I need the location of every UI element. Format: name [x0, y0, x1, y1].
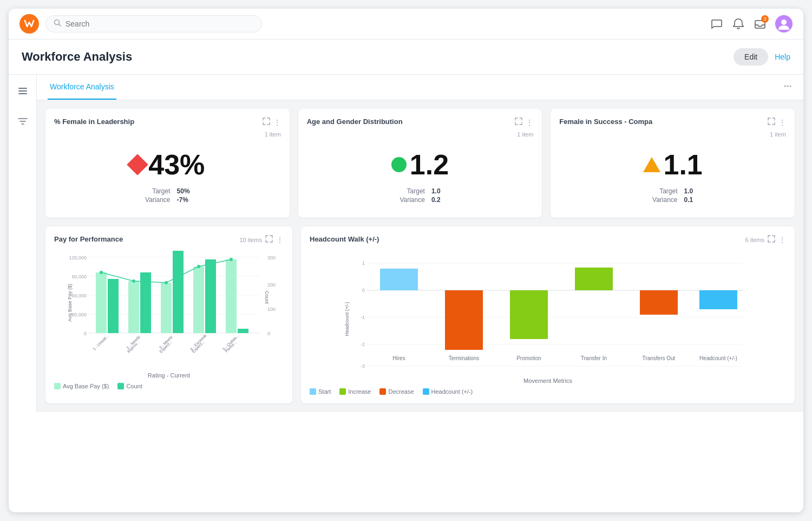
age-gender-card: Age and Gender Distribution ⋮ 1 item 1. — [298, 109, 542, 218]
svg-point-40 — [197, 265, 200, 268]
headcount-walk-card: Headcount Walk (+/-) 6 items ⋮ 1 — [301, 226, 795, 403]
user-avatar[interactable] — [775, 15, 793, 32]
svg-rect-5 — [18, 88, 27, 89]
age-gender-metric: 1.2 Target 1.0 Variance 0.2 — [307, 138, 534, 209]
female-leadership-title: % Female in Leadership — [54, 118, 134, 126]
svg-text:120,000: 120,000 — [69, 255, 87, 260]
age-gender-value: 1.2 — [410, 148, 449, 181]
search-input[interactable] — [66, 19, 254, 28]
age-gender-title: Age and Gender Distribution — [307, 118, 403, 126]
search-bar[interactable] — [45, 15, 262, 32]
svg-text:0: 0 — [84, 331, 87, 336]
svg-rect-63 — [445, 290, 483, 350]
svg-text:Promotion: Promotion — [516, 355, 541, 361]
svg-text:60,000: 60,000 — [71, 293, 87, 298]
target-label-2: Target — [400, 187, 424, 195]
inbox-badge: 3 — [761, 15, 769, 23]
svg-text:Headcount (+/-): Headcount (+/-) — [699, 355, 737, 361]
female-success-card: Female in Success - Compa ⋮ 1 item 1.1 — [551, 109, 795, 218]
notifications-icon[interactable] — [732, 17, 745, 30]
red-diamond-icon — [127, 154, 148, 175]
headcount-walk-x-label: Movement Metrics — [310, 377, 786, 384]
female-leadership-metric: 43% Target 50% Variance -7% — [54, 138, 281, 209]
target-value-3: 1.0 — [684, 187, 693, 195]
headcount-walk-count: 6 items — [745, 237, 764, 243]
headcount-walk-expand[interactable] — [768, 235, 775, 244]
svg-rect-27 — [96, 272, 107, 333]
svg-text:30,000: 30,000 — [71, 312, 87, 317]
headcount-walk-title: Headcount Walk (+/-) — [310, 235, 379, 243]
svg-rect-32 — [173, 251, 184, 333]
svg-text:200: 200 — [267, 282, 276, 288]
svg-point-4 — [781, 19, 787, 25]
female-leadership-count: 1 item — [54, 131, 281, 138]
legend-start: Start — [310, 388, 331, 395]
age-gender-menu[interactable]: ⋮ — [526, 118, 533, 127]
svg-text:Count: Count — [264, 291, 270, 304]
variance-value-2: 0.2 — [431, 196, 441, 204]
svg-line-1 — [59, 24, 61, 27]
svg-text:1: 1 — [362, 260, 365, 266]
female-success-count: 1 item — [559, 131, 786, 138]
svg-rect-28 — [108, 279, 119, 333]
female-success-menu[interactable]: ⋮ — [778, 118, 786, 127]
svg-text:Terminations: Terminations — [449, 355, 480, 361]
svg-rect-62 — [380, 269, 418, 290]
inbox-icon[interactable]: 3 — [754, 17, 767, 30]
svg-point-41 — [230, 258, 233, 261]
pay-performance-menu[interactable]: ⋮ — [276, 236, 284, 244]
variance-label-2: Variance — [400, 196, 424, 204]
page-header: Workforce Analysis Edit Help — [9, 40, 803, 75]
svg-rect-29 — [128, 281, 139, 333]
messages-icon[interactable] — [710, 17, 723, 30]
svg-rect-33 — [193, 266, 204, 333]
svg-text:1 - Unsati...: 1 - Unsati... — [91, 333, 109, 351]
pay-performance-legend: Avg Base Pay ($) Count — [54, 383, 284, 389]
tab-workforce-analysis[interactable]: Workforce Analysis — [48, 75, 116, 100]
pay-performance-title: Pay for Performance — [54, 235, 123, 243]
legend-avg-pay: Avg Base Pay ($) — [54, 383, 109, 389]
svg-text:-2: -2 — [361, 342, 365, 347]
female-leadership-expand[interactable] — [263, 118, 270, 127]
female-leadership-card: % Female in Leadership ⋮ 1 item 43% — [45, 109, 290, 218]
svg-rect-65 — [575, 268, 613, 290]
legend-headcount: Headcount (+/-) — [423, 388, 473, 395]
svg-rect-7 — [18, 93, 27, 94]
female-leadership-value: 43% — [148, 148, 205, 181]
help-button[interactable]: Help — [775, 53, 790, 61]
variance-value-1: -7% — [177, 196, 190, 204]
svg-rect-36 — [238, 329, 248, 333]
svg-point-39 — [165, 281, 168, 284]
svg-text:Transfers Out: Transfers Out — [643, 355, 676, 361]
svg-text:Headcount (+/-): Headcount (+/-) — [344, 302, 350, 336]
orange-triangle-icon — [643, 157, 660, 172]
target-label-1: Target — [145, 187, 170, 195]
headcount-walk-menu[interactable]: ⋮ — [778, 236, 786, 244]
female-leadership-menu[interactable]: ⋮ — [273, 118, 281, 127]
sidebar-menu-icon[interactable] — [15, 83, 30, 99]
page-title: Workforce Analysis — [22, 50, 132, 64]
svg-point-37 — [100, 271, 103, 274]
svg-rect-34 — [205, 259, 216, 333]
female-success-title: Female in Success - Compa — [559, 118, 652, 126]
svg-rect-67 — [699, 290, 737, 309]
pay-performance-chart: 120,000 90,000 60,000 30,000 0 300 200 1… — [54, 249, 284, 370]
target-value-2: 1.0 — [431, 187, 441, 195]
svg-text:Avg Base Pay ($): Avg Base Pay ($) — [67, 284, 73, 322]
pay-performance-expand[interactable] — [265, 235, 273, 244]
pay-performance-x-label: Rating - Current — [54, 372, 284, 379]
svg-point-9 — [787, 86, 789, 87]
legend-decrease: Decrease — [379, 388, 414, 395]
sidebar-filter-icon[interactable] — [15, 114, 30, 129]
app-logo[interactable] — [19, 14, 39, 34]
svg-text:100: 100 — [267, 307, 276, 312]
target-label-3: Target — [652, 187, 677, 195]
svg-text:90,000: 90,000 — [71, 274, 87, 279]
edit-button[interactable]: Edit — [734, 48, 768, 66]
variance-label-1: Variance — [145, 196, 170, 204]
variance-label-3: Variance — [652, 196, 677, 204]
female-success-expand[interactable] — [768, 118, 775, 127]
age-gender-expand[interactable] — [515, 118, 522, 127]
tabs-menu-icon[interactable] — [783, 81, 793, 93]
tabs-bar: Workforce Analysis — [37, 75, 803, 100]
